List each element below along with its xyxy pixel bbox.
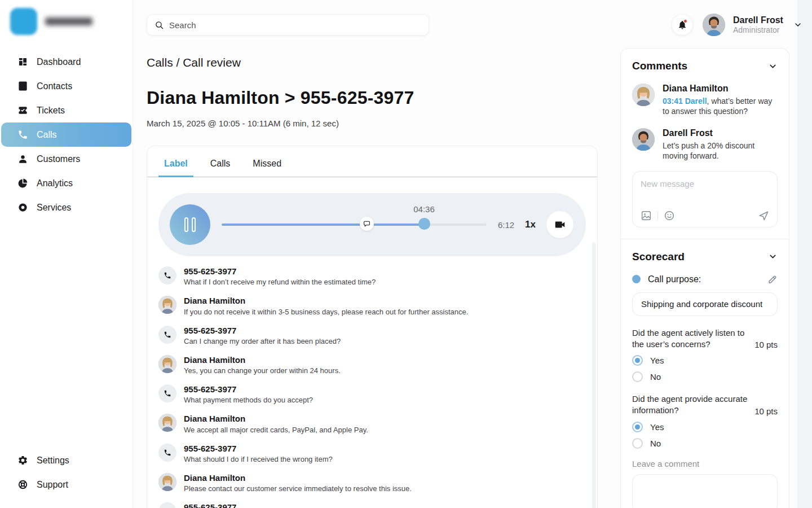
comment-text: 03:41 Darell, what’s better way to answe… xyxy=(663,96,778,117)
phone-avatar xyxy=(158,266,176,284)
phone-avatar xyxy=(158,502,176,508)
playback-speed-button[interactable]: 1x xyxy=(525,219,536,230)
question-row: Did the agent provide accurate informati… xyxy=(632,393,778,416)
sidebar-item-label: Tickets xyxy=(37,106,65,116)
notifications-button[interactable] xyxy=(672,15,692,35)
sidebar-item-label: Support xyxy=(37,480,68,490)
sidebar-item-label: Customers xyxy=(37,154,80,164)
transcript-speaker: 955-625-3977 xyxy=(184,384,313,394)
chevron-down-icon[interactable] xyxy=(768,252,778,261)
radio-label: No xyxy=(650,372,661,382)
search-input[interactable] xyxy=(169,20,421,30)
sidebar-item-services[interactable]: Services xyxy=(0,195,133,220)
search-icon xyxy=(155,20,164,30)
transcript-scrollbar[interactable] xyxy=(592,242,596,508)
agent-avatar xyxy=(158,414,176,432)
call-datetime: March 15, 2025 @ 10:05 - 10:11AM (6 min,… xyxy=(147,119,339,128)
agent-avatar xyxy=(158,296,176,314)
timestamp-mention-link[interactable]: 03:41 Darell xyxy=(663,97,707,106)
transcript-speaker: 955-625-3977 xyxy=(184,444,333,453)
comment-item: Darell Frost Let’s push a 20% discount m… xyxy=(632,128,778,161)
attach-image-icon[interactable] xyxy=(641,210,652,221)
chevron-down-icon xyxy=(793,20,802,29)
sidebar-item-support[interactable]: Support xyxy=(0,472,133,497)
transcript-row[interactable]: Diana Hamilton Yes, you can change your … xyxy=(158,355,586,375)
question-points: 10 pts xyxy=(754,406,778,416)
radio-selected-icon[interactable] xyxy=(632,422,643,432)
search-bar xyxy=(147,14,429,36)
commenter-name: Darell Frost xyxy=(663,128,778,138)
transcript-row[interactable]: Diana Hamilton Please contact our custom… xyxy=(158,473,586,493)
audio-player: 04:36 6:12 1x xyxy=(158,193,586,256)
tab-missed[interactable]: Missed xyxy=(247,156,287,177)
player-thumb[interactable] xyxy=(418,218,430,230)
video-camera-icon xyxy=(554,218,566,231)
video-button[interactable] xyxy=(546,211,573,238)
sidebar-item-label: Analytics xyxy=(37,178,73,189)
transcript-row[interactable]: 955-625-3977 Is there a warranty on the … xyxy=(158,502,586,508)
comment-text: Let’s push a 20% discount moving forward… xyxy=(663,141,778,161)
agent-avatar xyxy=(158,473,176,491)
radio-option-no[interactable]: No xyxy=(632,438,778,449)
send-icon[interactable] xyxy=(758,210,769,221)
question-text: Did the agent provide accurate informati… xyxy=(632,393,750,416)
question-row: Did the agent actively listen to the use… xyxy=(632,327,778,350)
transcript-row[interactable]: 955-625-3977 What payment methods do you… xyxy=(158,384,586,404)
radio-unselected-icon[interactable] xyxy=(632,371,643,382)
call-purpose-label: Call purpose: xyxy=(648,274,760,284)
tab-calls[interactable]: Calls xyxy=(205,156,236,177)
radio-option-yes[interactable]: Yes xyxy=(632,355,778,366)
transcript-list: 955-625-3977 What if I don’t receive my … xyxy=(147,256,597,508)
transcript-row[interactable]: 955-625-3977 Can I change my order after… xyxy=(158,326,586,345)
scorecard-comment-input[interactable] xyxy=(632,474,778,508)
sidebar-item-analytics[interactable]: Analytics xyxy=(0,171,133,195)
edit-pencil-icon[interactable] xyxy=(767,274,778,284)
question-text: Did the agent actively listen to the use… xyxy=(632,327,750,350)
radio-selected-icon[interactable] xyxy=(632,355,643,366)
transcript-row[interactable]: Diana Hamilton We accept all major credi… xyxy=(158,414,586,433)
transcript-speaker: Diana Hamilton xyxy=(184,355,341,365)
user-role: Administrator xyxy=(733,25,783,34)
phone-avatar xyxy=(158,326,176,344)
radio-option-no[interactable]: No xyxy=(632,371,778,382)
call-purpose-select[interactable]: Shipping and corporate discount xyxy=(632,292,778,316)
emoji-icon[interactable] xyxy=(664,210,675,221)
sidebar-item-dashboard[interactable]: Dashboard xyxy=(0,50,133,74)
comment-marker[interactable] xyxy=(360,217,374,231)
chevron-down-icon[interactable] xyxy=(768,62,778,71)
transcript-row[interactable]: 955-625-3977 What if I don’t receive my … xyxy=(158,266,586,286)
sidebar-item-calls[interactable]: Calls xyxy=(1,122,131,147)
scorecard-question-block: Did the agent provide accurate informati… xyxy=(632,393,778,449)
tab-label[interactable]: Label xyxy=(158,156,193,177)
notification-dot xyxy=(683,19,687,23)
transcript-text: What payment methods do you accept? xyxy=(184,396,313,404)
sidebar-item-tickets[interactable]: Tickets xyxy=(0,98,133,122)
sidebar-nav: Dashboard Contacts Tickets Calls Custome… xyxy=(0,50,133,220)
sidebar-item-contacts[interactable]: Contacts xyxy=(0,74,133,98)
user-menu[interactable]: Darell Frost Administrator xyxy=(703,14,802,36)
radio-unselected-icon[interactable] xyxy=(632,438,643,449)
status-dot xyxy=(632,275,641,283)
page-scrollbar-gutter[interactable] xyxy=(797,0,812,508)
page-title: Diana Hamilton > 955-625-3977 xyxy=(147,87,414,108)
transcript-row[interactable]: 955-625-3977 What should I do if I recei… xyxy=(158,444,586,463)
comments-title: Comments xyxy=(632,60,687,72)
call-purpose-row: Call purpose: xyxy=(632,274,778,284)
sidebar-item-customers[interactable]: Customers xyxy=(0,147,133,171)
radio-label: Yes xyxy=(650,356,664,365)
sidebar-footer: Settings Support xyxy=(0,448,133,497)
radio-option-yes[interactable]: Yes xyxy=(632,422,778,432)
analytics-icon xyxy=(17,178,28,189)
transcript-row[interactable]: Diana Hamilton If you do not receive it … xyxy=(158,296,586,316)
sidebar-item-settings[interactable]: Settings xyxy=(0,448,133,472)
seek-bar[interactable]: 04:36 xyxy=(222,209,487,240)
company-logo xyxy=(10,8,92,35)
transcript-text: Yes, you can change your order within 24… xyxy=(184,366,341,375)
logo-icon xyxy=(10,8,37,35)
new-message-box[interactable]: New message xyxy=(632,171,778,227)
commenter-avatar xyxy=(632,128,655,151)
transcript-speaker: 955-625-3977 xyxy=(184,502,301,508)
seek-track[interactable] xyxy=(222,224,487,226)
breadcrumb: Calls / Call review xyxy=(147,56,241,69)
pause-button[interactable] xyxy=(170,204,210,245)
